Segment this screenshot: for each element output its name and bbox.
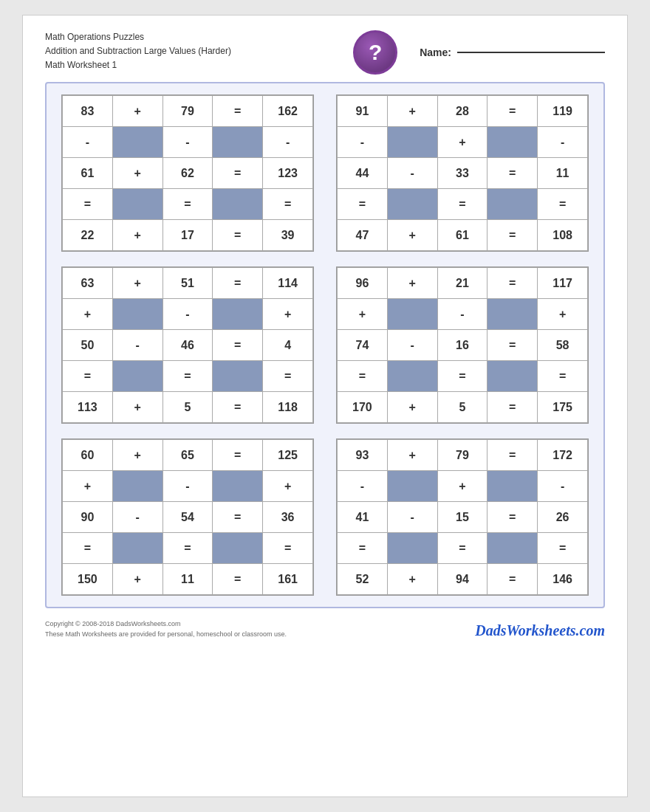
name-label: Name:: [420, 47, 451, 58]
cell: 123: [263, 158, 313, 189]
cell: 79: [162, 96, 213, 127]
cell: -: [338, 471, 388, 502]
cell: =: [213, 330, 263, 361]
cell: [112, 127, 162, 158]
footer-left: Copyright © 2008-2018 DadsWorksheets.com…: [45, 619, 287, 639]
cell: -: [112, 330, 162, 361]
puzzle-1-table: 83 + 79 = 162 - - - 61: [62, 95, 313, 251]
header-left: Math Operations Puzzles Addition and Sub…: [45, 30, 231, 73]
table-row: 96 + 21 = 117: [338, 268, 588, 299]
cell: 117: [538, 268, 588, 299]
cell: +: [387, 96, 437, 127]
cell: [387, 533, 437, 564]
cell: [488, 189, 538, 220]
table-row: = = =: [63, 533, 313, 564]
cell: =: [263, 533, 313, 564]
cell: +: [338, 299, 388, 330]
cell: 74: [338, 330, 388, 361]
cell: =: [437, 189, 488, 220]
cell: =: [488, 268, 538, 299]
cell: -: [263, 127, 313, 158]
table-row: + - +: [338, 299, 588, 330]
cell: =: [263, 189, 313, 220]
cell: 4: [263, 330, 313, 361]
copyright: Copyright © 2008-2018 DadsWorksheets.com: [45, 619, 287, 630]
name-underline[interactable]: [457, 52, 605, 53]
cell: =: [162, 533, 213, 564]
cell: [488, 299, 538, 330]
cell: =: [263, 361, 313, 392]
cell: 39: [263, 220, 313, 251]
cell: 79: [437, 440, 488, 471]
cell: =: [437, 533, 488, 564]
cell: [112, 533, 162, 564]
cell: -: [387, 502, 437, 533]
cell: -: [387, 158, 437, 189]
cell: 26: [538, 502, 588, 533]
puzzle-1: 83 + 79 = 162 - - - 61: [61, 94, 314, 252]
table-row: 91 + 28 = 119: [338, 96, 588, 127]
table-row: = = =: [63, 361, 313, 392]
cell: 44: [338, 158, 388, 189]
cell: =: [338, 361, 388, 392]
cell: =: [488, 502, 538, 533]
cell: =: [63, 533, 113, 564]
cell: 33: [437, 158, 488, 189]
table-row: 93 + 79 = 172: [338, 440, 588, 471]
cell: -: [437, 299, 488, 330]
cell: 108: [538, 220, 588, 251]
cell: -: [112, 502, 162, 533]
title1: Math Operations Puzzles: [45, 30, 231, 44]
cell: =: [538, 361, 588, 392]
cell: =: [538, 533, 588, 564]
table-row: 41 - 15 = 26: [338, 502, 588, 533]
cell: =: [213, 268, 263, 299]
table-row: 61 + 62 = 123: [63, 158, 313, 189]
cell: +: [437, 127, 488, 158]
cell: +: [387, 268, 437, 299]
cell: =: [338, 189, 388, 220]
cell: 36: [263, 502, 313, 533]
cell: +: [112, 96, 162, 127]
cell: +: [387, 392, 437, 423]
cell: +: [437, 471, 488, 502]
cell: 15: [437, 502, 488, 533]
cell: 161: [263, 564, 313, 595]
table-row: 44 - 33 = 11: [338, 158, 588, 189]
cell: 91: [338, 96, 388, 127]
puzzle-2: 91 + 28 = 119 - + - 44: [336, 94, 589, 252]
cell: +: [112, 440, 162, 471]
table-row: 52 + 94 = 146: [338, 564, 588, 595]
cell: =: [63, 361, 113, 392]
table-row: + - +: [63, 471, 313, 502]
table-row: - + -: [338, 471, 588, 502]
puzzle-6: 93 + 79 = 172 - + - 41: [336, 438, 589, 596]
cell: =: [488, 440, 538, 471]
puzzle-4: 96 + 21 = 117 + - + 74: [336, 266, 589, 424]
header-right: ? Name:: [353, 30, 605, 75]
cell: 17: [162, 220, 213, 251]
cell: 63: [63, 268, 113, 299]
cell: +: [112, 392, 162, 423]
cell: =: [488, 158, 538, 189]
cell: +: [112, 268, 162, 299]
puzzle-6-table: 93 + 79 = 172 - + - 41: [337, 439, 588, 595]
cell: [387, 127, 437, 158]
cell: =: [338, 533, 388, 564]
cell: =: [162, 361, 213, 392]
cell: 125: [263, 440, 313, 471]
table-row: - - -: [63, 127, 313, 158]
cell: [488, 127, 538, 158]
cell: +: [538, 299, 588, 330]
cell: 146: [538, 564, 588, 595]
cell: [112, 189, 162, 220]
cell: =: [213, 564, 263, 595]
puzzle-2-table: 91 + 28 = 119 - + - 44: [337, 95, 588, 251]
table-row: 60 + 65 = 125: [63, 440, 313, 471]
cell: 113: [63, 392, 113, 423]
cell: =: [488, 564, 538, 595]
table-row: 63 + 51 = 114: [63, 268, 313, 299]
name-field: Name:: [420, 47, 605, 58]
table-row: = = =: [338, 189, 588, 220]
cell: 28: [437, 96, 488, 127]
